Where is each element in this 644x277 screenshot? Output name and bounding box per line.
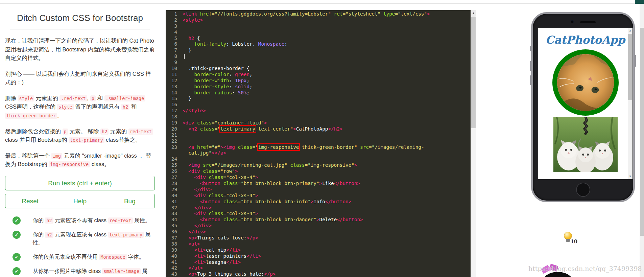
bug-button[interactable]: Bug (105, 194, 155, 208)
editor-line: 37 <p>Things cats love:</p> (166, 235, 471, 241)
mute-switch (530, 46, 531, 51)
line-number: 24 (166, 156, 183, 162)
editor-line: 13 border-style: solid; (166, 84, 471, 90)
corner-badge (635, 0, 644, 4)
editor-line: 20 <h2 class="text-primary text-center">… (166, 126, 471, 132)
page-scrollbar[interactable] (640, 4, 644, 277)
hint-bulb-icon: 10 (564, 232, 578, 245)
line-number: 9 (166, 60, 183, 66)
title-divider (10, 29, 150, 29)
editor-line: cat.jpg"></a> (166, 150, 471, 156)
editor-line: 23 <a href="#"><img class="img-responsiv… (166, 144, 471, 151)
line-number: 17 (166, 108, 183, 114)
line-number (166, 150, 183, 156)
line-number: 15 (166, 96, 183, 102)
help-button[interactable]: Help (55, 194, 105, 208)
scroll-down-icon[interactable]: ▼ (628, 174, 633, 179)
editor-line: 36 </div> (166, 229, 471, 235)
line-number: 11 (166, 72, 183, 78)
editor-line: 10 .thick-green-border { (166, 66, 471, 72)
editor-line: 40 <li>laser pointers</li> (166, 253, 471, 259)
editor-scrollbar-thumb[interactable] (471, 17, 476, 128)
reset-button[interactable]: Reset (5, 194, 55, 208)
line-number: 29 (166, 187, 183, 193)
line-number: 10 (166, 66, 183, 72)
line-number: 43 (166, 271, 183, 277)
line-number: 27 (166, 175, 183, 181)
editor-line: 15 } (166, 96, 471, 102)
editor-line: 7 } (166, 47, 471, 53)
relaxing-cat-image-link[interactable] (552, 49, 619, 116)
line-number: 21 (166, 132, 183, 138)
volume-up-button (530, 61, 531, 71)
running-cat-image (553, 117, 618, 172)
checklist-item: ✓你的段落元素应该不再使用 Monospace 字体。 (5, 253, 155, 261)
editor-line: 17</style> (166, 108, 471, 114)
inline-code: style (18, 95, 34, 101)
run-tests-button[interactable]: Run tests (ctrl + enter) (5, 176, 155, 190)
camera-dot-icon (571, 20, 574, 23)
editor-lines: 1<link href="//fonts.gdgdocs.org/css?fam… (166, 11, 471, 277)
editor-line: 33 <div class="col-xs-4"> (166, 211, 471, 217)
inline-code: red-text (128, 129, 153, 135)
editor-line: 42 </ul> (166, 265, 471, 271)
inline-code: img (51, 153, 62, 159)
checklist-text: 你的段落元素应该不再使用 Monospace 字体。 (33, 253, 144, 261)
line-number: 34 (166, 217, 183, 223)
line-number: 42 (166, 265, 183, 271)
line-number: 41 (166, 259, 183, 266)
phone-mockup: CatPhotoApp (531, 12, 635, 202)
editor-line: 38 <ul> (166, 241, 471, 247)
checklist-item: ✓从你第一张照片中移除 class smaller-image 属性。 (5, 267, 155, 277)
checklist-text: 从你第一张照片中移除 class smaller-image 属性。 (33, 267, 155, 277)
phone-screen: CatPhotoApp (538, 28, 633, 179)
inline-code: thick-green-border (5, 113, 57, 119)
checklist-text: 你的 h2 元素应该不再有 class red-text 属性。 (33, 216, 150, 225)
check-icon: ✓ (13, 267, 21, 275)
line-number: 13 (166, 84, 183, 90)
inline-code: smaller-image (102, 268, 141, 274)
code-editor[interactable]: 1<link href="//fonts.gdgdocs.org/css?fam… (166, 10, 471, 277)
line-number: 25 (166, 162, 183, 168)
check-icon: ✓ (13, 231, 21, 239)
line-number: 30 (166, 193, 183, 199)
instruction-paragraph: 删除 style 元素里的 .red-text, p 和 .smaller-im… (5, 94, 155, 120)
line-number: 12 (166, 78, 183, 84)
editor-line: 22 (166, 138, 471, 144)
watermark-text: https://blog.csdn.net/qq_37499398 (528, 265, 644, 272)
editor-line: 41 <li>lasagna</li> (166, 259, 471, 266)
line-number: 32 (166, 205, 183, 211)
volume-down-button (530, 75, 531, 85)
editor-line: 27 <div class="col-xs-4"> (166, 175, 471, 181)
line-number: 28 (166, 181, 183, 187)
editor-line: 2<style> (166, 17, 471, 23)
line-number: 26 (166, 168, 183, 175)
scroll-up-icon[interactable]: ▲ (471, 10, 476, 16)
preview-app-title: CatPhotoApp (538, 33, 633, 46)
editor-line: 34 <button class="btn btn-block btn-dang… (166, 217, 471, 223)
preview-scrollbar-thumb[interactable] (628, 34, 632, 100)
preview-scrollbar[interactable]: ▲ ▼ (628, 28, 633, 179)
line-number: 7 (166, 47, 183, 53)
inline-code: .red-text (59, 95, 87, 101)
instruction-paragraph: 然后删除包含死链接的 p 元素。 移除 h2 元素的 red-text clas… (5, 127, 155, 144)
line-number: 35 (166, 223, 183, 229)
editor-line: 43 <p>Top 3 things cats hate:</p> (166, 271, 471, 277)
scroll-up-icon[interactable]: ▲ (628, 28, 633, 33)
editor-scrollbar[interactable]: ▲ (471, 10, 476, 277)
hint-count-badge: 10 (570, 238, 577, 245)
page-scrollbar-thumb[interactable] (640, 28, 644, 236)
inline-code: h2 (100, 129, 109, 135)
editor-line: 16 (166, 102, 471, 108)
instructions-panel: Ditch Custom CSS for Bootstrap 现在，让我们清理一… (0, 4, 161, 277)
editor-line: 12 border-width: 10px; (166, 78, 471, 84)
inline-code: h2 (45, 217, 53, 224)
inline-code: red-text (108, 217, 133, 224)
line-number: 2 (166, 17, 183, 23)
editor-line: 3 (166, 23, 471, 29)
inline-code: img-responsive (49, 161, 90, 167)
line-number: 1 (166, 11, 183, 17)
line-number: 3 (166, 23, 183, 29)
editor-line: 19<div class="container-fluid"> (166, 120, 471, 126)
instruction-paragraph: 别担心 —— 以后我们会有大把时间来自定义我们的 CSS 样式的：) (5, 70, 155, 87)
